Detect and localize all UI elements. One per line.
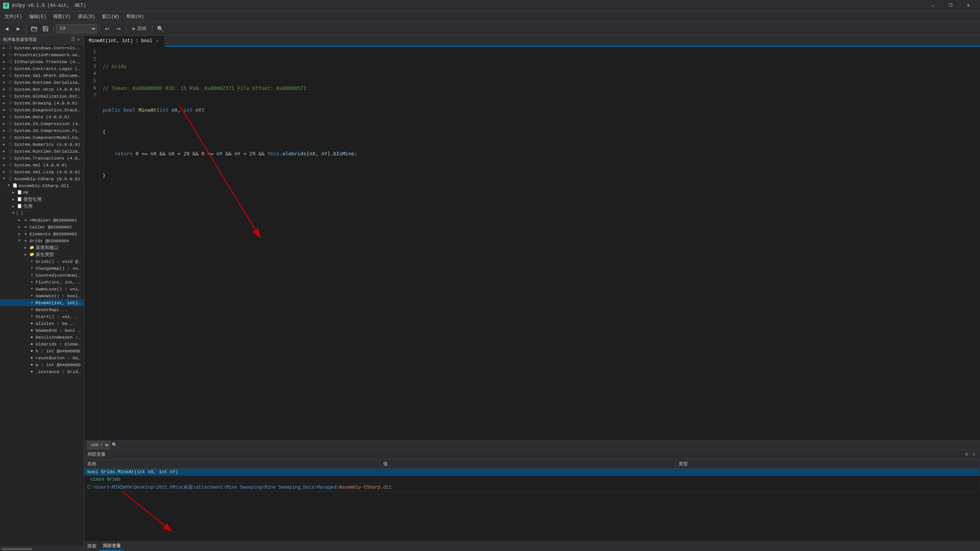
tab-mineat[interactable]: MineAt(int, int) : bool ✕	[84, 36, 165, 47]
sidebar-menu-button[interactable]: ☰	[70, 37, 76, 42]
tab-close-button[interactable]: ✕	[155, 38, 160, 44]
table-row[interactable]: C:\Users\MIKEWYW\Desktop\2021.6Misc刷题\at…	[84, 483, 980, 492]
search-tab-localvars[interactable]: 局部变量	[100, 542, 124, 551]
assembly-icon: ⬡	[8, 169, 13, 174]
assembly-icon: ⬡	[8, 107, 13, 112]
search-label: 搜索	[87, 543, 96, 549]
menu-help[interactable]: 帮助(H)	[123, 12, 147, 21]
panel-close-button[interactable]: ✕	[971, 452, 977, 457]
expand-icon: ▶	[24, 253, 29, 257]
sidebar-item[interactable]: ▶ ⬡ System.Net.Http (4.0.0.0)	[0, 86, 84, 93]
sidebar-item-instance[interactable]: ● _instance : Grids @0...	[0, 368, 84, 375]
code-line-5: return 0 <= nX && nX < 29 && 0 <= nY && …	[103, 150, 977, 157]
field-icon: ●	[29, 334, 34, 340]
redo-button[interactable]: ↪	[113, 24, 124, 34]
sidebar-item[interactable]: ▶ ⬡ PresentationFramework.Aero (5.0...	[0, 51, 84, 58]
sidebar-item[interactable]: ▶ ⬡ System.Numerics (4.0.0.0)	[0, 141, 84, 148]
sidebar-header: 程序集资源管理器 ☰ ✕	[0, 35, 84, 44]
menu-edit[interactable]: 编辑(E)	[26, 12, 50, 21]
sidebar-item[interactable]: ▶ ⬡ System.Xml.Linq (4.0.0.0)	[0, 168, 84, 175]
sidebar-item-typeref[interactable]: ▶ 📑 类型引用	[0, 196, 84, 203]
expand-icon: ▶	[24, 246, 29, 250]
method-icon: ⚬	[29, 307, 34, 312]
open-button[interactable]	[29, 24, 39, 34]
code-content: 1 2 3 4 5 6 7 // Grids // Token: 0x06000…	[84, 47, 980, 440]
sidebar-item-dll[interactable]: ▼ 📄 Assembly-CSharp.dll	[0, 182, 84, 189]
sidebar-item-module[interactable]: ▶ ◈ <Module> @02000001	[0, 217, 84, 223]
sidebar-item-flush[interactable]: ⚬ Flush(int, int, bool,[)...	[0, 279, 84, 285]
sidebar-item-grids[interactable]: ▼ ◈ Grids @02000004	[0, 237, 84, 244]
menu-file[interactable]: 文件(F)	[2, 12, 25, 21]
sidebar-item-alleles[interactable]: ● alleles : Ga...	[0, 320, 84, 327]
sidebar-item-elements[interactable]: ▶ ◈ Elements @02000003	[0, 230, 84, 237]
sidebar-item[interactable]: ▶ ⬡ System.Windows.Controls.Ribbon...	[0, 44, 84, 51]
sidebar-item-grids-ctor[interactable]: ⚬ Grids() : void @0600...	[0, 258, 84, 265]
expand-icon: ▶	[3, 108, 8, 112]
menu-debug[interactable]: 调试(D)	[75, 12, 98, 21]
table-row[interactable]: bool Grids.MineAt(int nX, int nY)	[84, 469, 980, 476]
sidebar-item[interactable]: ▶ ⬡ System.Diagnostics.StackTrace (4...	[0, 106, 84, 113]
sidebar-item-mineat[interactable]: ⚬ MineAt(int, int) : bool	[0, 299, 84, 306]
search-button[interactable]: 🔍	[155, 24, 165, 34]
save-button[interactable]	[40, 24, 51, 34]
run-button[interactable]: ▶ 启动	[129, 24, 150, 33]
derived-icon: 📁	[29, 252, 34, 257]
sidebar-tree[interactable]: ▶ ⬡ System.Windows.Controls.Ribbon... ▶ …	[0, 44, 84, 546]
class-icon: ◈	[23, 217, 28, 223]
zoom-icon: 🔍	[112, 442, 117, 447]
sidebar-close-button[interactable]: ✕	[77, 37, 81, 42]
var-data-table: 名称 值 类型 bool Grids.MineAt(int nX, int nY…	[84, 460, 980, 492]
menu-window[interactable]: 窗口(W)	[99, 12, 122, 21]
variables-table[interactable]: 名称 值 类型 bool Grids.MineAt(int nX, int nY…	[84, 460, 980, 541]
sidebar-item-countadjcent[interactable]: ⚬ CountAdjcentNum(...	[0, 272, 84, 279]
sidebar-item[interactable]: ▶ ⬡ System.Xml.XPath.XDocument (4...	[0, 72, 84, 79]
sidebar-item[interactable]: ▶ ⬡ System.ComponentModel.Compo...	[0, 134, 84, 141]
sidebar-item-derived[interactable]: ▶ 📁 派生类型	[0, 251, 84, 258]
sidebar-item-elegrids[interactable]: ● eleGrids : Elements[,...	[0, 341, 84, 347]
sidebar-item-pe[interactable]: ▶ 📑 PE	[0, 189, 84, 196]
sidebar-item-devilsinheaven[interactable]: ● DevilsInHeaven : int[...	[0, 334, 84, 341]
sidebar-item[interactable]: ▶ ⬡ System.Transactions (4.0.0.0)	[0, 155, 84, 161]
sidebar-item-assembly-csharp[interactable]: ▼ ⬡ Assembly-CSharp (0.0.0.0)	[0, 175, 84, 182]
sidebar-item-w[interactable]: ● w : int @0400000D	[0, 361, 84, 368]
menu-view[interactable]: 视图(V)	[50, 12, 74, 21]
code-editor[interactable]: 1 2 3 4 5 6 7 // Grids // Token: 0x06000…	[84, 47, 980, 440]
sidebar-item[interactable]: ▶ ⬡ System.IO.Compression.FileSyste...	[0, 127, 84, 134]
sidebar-item[interactable]: ▶ ⬡ System.Contracts.Logic (6.1.8.0)	[0, 65, 84, 72]
minimize-button[interactable]: ─	[924, 0, 942, 11]
back-button[interactable]: ◄	[2, 24, 12, 34]
sidebar-item[interactable]: ▶ ⬡ System.Xml (4.0.0.0)	[0, 161, 84, 168]
sidebar-item-ref[interactable]: ▶ 📑 引用	[0, 203, 84, 210]
sidebar-item-gamewin[interactable]: ⚬ GameWin() : bool @...	[0, 292, 84, 299]
sidebar-item[interactable]: ▶ ⬡ System.Data (4.0.0.0)	[0, 113, 84, 120]
sidebar-item[interactable]: ▶ ⬡ ICSharpCode.TreeView (4.2.0.875...	[0, 58, 84, 65]
sidebar-item[interactable]: ▶ ⬡ System.Runtime.Serialization.Xml...	[0, 79, 84, 86]
forward-button[interactable]: ►	[13, 24, 24, 34]
close-button[interactable]: ✕	[959, 0, 977, 11]
sidebar-item[interactable]: ▶ ⬡ System.Drawing (4.0.0.0)	[0, 99, 84, 106]
sidebar-item-bgameend[interactable]: ● bGameEnd : bool @...	[0, 327, 84, 334]
sidebar-scrollbar[interactable]	[0, 546, 84, 551]
sidebar-item-bases[interactable]: ▶ 📁 基类和接口	[0, 244, 84, 251]
sidebar-item-resetmap[interactable]: ⚬ ResetMap(...	[0, 306, 84, 313]
sidebar-item[interactable]: ▶ ⬡ System.IO.Compression (4.0.0.0)	[0, 120, 84, 127]
language-selector[interactable]: C# IL IL with C#	[56, 24, 97, 33]
sidebar-item-ns[interactable]: ▼ { }	[0, 210, 84, 217]
dll-icon: 📄	[12, 183, 18, 188]
sidebar-item-gamelose[interactable]: ⚬ GameLose() : void @...	[0, 285, 84, 292]
expand-icon: ▶	[3, 170, 8, 174]
sidebar-item-resetbutton[interactable]: ● resetButton : GameC...	[0, 354, 84, 361]
sidebar: 程序集资源管理器 ☰ ✕ ▶ ⬡ System.Windows.Controls…	[0, 35, 84, 551]
bottom-panel-header: 局部变量 ⊟ ✕	[84, 450, 980, 460]
sidebar-item-start[interactable]: ⚬ Start() : voi...	[0, 313, 84, 320]
restore-button[interactable]: ❐	[942, 0, 959, 11]
zoom-selector[interactable]: 100 % 50 % 75 % 125 % 150 %	[87, 441, 110, 449]
sidebar-item-h[interactable]: ● h : int @0400000E	[0, 347, 84, 354]
panel-float-button[interactable]: ⊟	[964, 452, 970, 457]
sidebar-item-globalization[interactable]: ▶ ⬡ System.Globalization.Extensions (2..…	[0, 93, 84, 99]
sidebar-item[interactable]: ▶ ⬡ System.Runtime.Serialization (4.0...	[0, 148, 84, 155]
undo-button[interactable]: ↩	[102, 24, 113, 34]
table-row[interactable]: class Grids	[84, 476, 980, 483]
sidebar-item-caller[interactable]: ▶ ◈ Caller @02000002	[0, 223, 84, 230]
sidebar-item-changemap[interactable]: ⚬ ChangeMap() : void ...	[0, 265, 84, 272]
